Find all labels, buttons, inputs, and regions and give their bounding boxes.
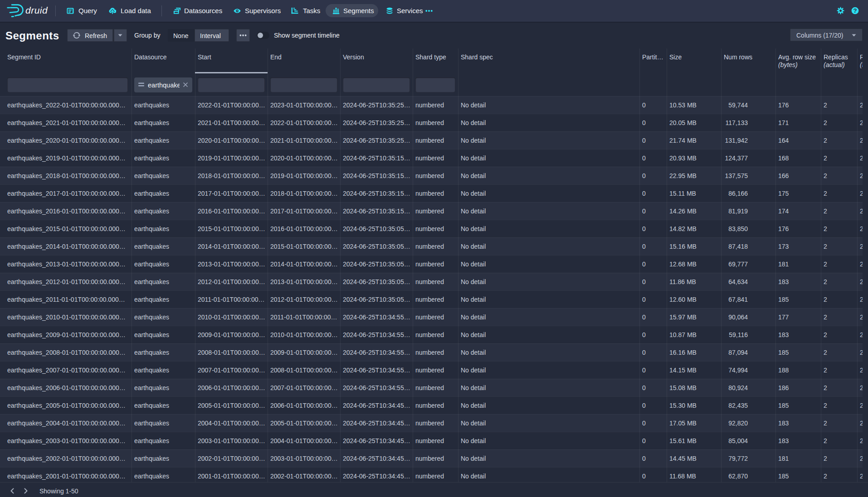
svg-text:?: ? xyxy=(853,7,857,14)
